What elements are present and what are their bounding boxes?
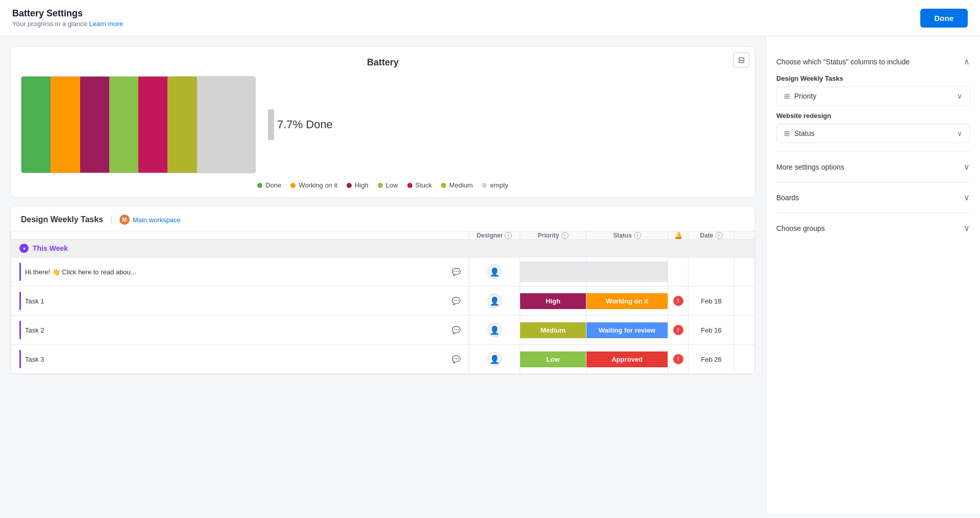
comment-icon-1[interactable]: 💬 xyxy=(452,297,460,305)
legend-working: Working on it xyxy=(290,181,337,189)
legend-high: High xyxy=(347,181,369,189)
task-name-cell-0: Hi there! 👋 Click here to read abou... 💬 xyxy=(11,257,469,287)
battery-chart-title: Battery xyxy=(21,57,745,68)
segment-empty xyxy=(197,77,256,173)
top-bar: Battery Settings Your progress in a glan… xyxy=(0,0,980,36)
table-row: Hi there! 👋 Click here to read abou... 💬… xyxy=(11,257,755,287)
comment-icon-2[interactable]: 💬 xyxy=(452,326,460,334)
workspace-label: Main workspace xyxy=(133,216,181,224)
rp-boards-section: Boards ∨ xyxy=(776,182,970,213)
bell-icon: 🔔 xyxy=(674,231,682,239)
col-date-header: Date i xyxy=(689,231,734,240)
rp-project2-dropdown-left: ⊞ Status xyxy=(784,129,815,137)
rp-status-header[interactable]: Choose which "Status" columns to include… xyxy=(776,55,970,68)
col-designer-header: Designer i xyxy=(469,231,520,240)
battery-bars xyxy=(21,76,256,173)
main-layout: ⊟ Battery 7.7% Done xyxy=(0,36,980,513)
status-cell-2[interactable]: Waiting for review xyxy=(586,316,668,345)
status-cell-1[interactable]: Working on it xyxy=(586,287,668,316)
legend-medium: Medium xyxy=(441,181,473,189)
priority-cell-1[interactable]: High xyxy=(520,287,586,316)
battery-legend: Done Working on it High Low xyxy=(21,181,745,189)
rp-status-chevron: ∧ xyxy=(964,57,970,66)
rp-project2-section: Website redesign ⊞ Status ∨ xyxy=(776,112,970,143)
workspace-icon: M xyxy=(119,215,130,225)
comment-icon-0[interactable]: 💬 xyxy=(452,268,460,276)
comment-icon-3[interactable]: 💬 xyxy=(452,355,460,363)
header-divider: | xyxy=(110,216,112,224)
workspace-badge: M Main workspace xyxy=(119,215,181,225)
status-badge-2[interactable]: Waiting for review xyxy=(586,322,668,338)
priority-badge-2[interactable]: Medium xyxy=(520,322,586,338)
legend-stuck: Stuck xyxy=(407,181,432,189)
task-card: Design Weekly Tasks | M Main workspace D… xyxy=(10,206,755,374)
battery-card: ⊟ Battery 7.7% Done xyxy=(10,46,755,198)
group-arrow[interactable]: ▾ xyxy=(19,244,29,253)
rp-project1-section: Design Weekly Tasks ⊞ Priority ∨ xyxy=(776,75,970,106)
rp-choose-groups-section: Choose groups ∨ xyxy=(776,213,970,243)
rp-project2-label: Website redesign xyxy=(776,112,970,120)
rp-choose-groups-chevron: ∨ xyxy=(964,223,970,233)
legend-dot-low xyxy=(378,183,383,188)
status-badge-1[interactable]: Working on it xyxy=(586,293,668,309)
user-avatar-3: 👤 xyxy=(487,352,502,366)
left-panel: ⊟ Battery 7.7% Done xyxy=(0,36,766,513)
legend-dot-stuck xyxy=(407,183,412,188)
priority-cell-2[interactable]: Medium xyxy=(520,316,586,345)
user-avatar-2: 👤 xyxy=(487,323,502,337)
rp-boards-header[interactable]: Boards ∨ xyxy=(776,191,970,204)
done-button[interactable]: Done xyxy=(920,9,968,28)
rp-project1-dropdown-chevron: ∨ xyxy=(957,92,962,100)
task-name-cell-1: Task 1 💬 xyxy=(11,287,469,316)
rp-status-section: Choose which "Status" columns to include… xyxy=(776,46,970,152)
rp-choose-groups-header[interactable]: Choose groups ∨ xyxy=(776,221,970,235)
legend-dot-empty xyxy=(482,183,487,188)
legend-dot-working xyxy=(290,183,296,188)
more-cell-2 xyxy=(734,316,755,345)
segment-low xyxy=(109,77,138,173)
learn-more-link[interactable]: Learn more xyxy=(89,20,123,28)
legend-label-done: Done xyxy=(265,181,281,189)
rp-more-settings-title: More settings options xyxy=(776,163,844,171)
col-name-header xyxy=(11,231,469,240)
designer-info-icon: i xyxy=(505,232,512,239)
legend-low: Low xyxy=(378,181,398,189)
col-alert-header: 🔔 xyxy=(668,231,689,240)
legend-label-stuck: Stuck xyxy=(415,181,432,189)
task-left-bar-3 xyxy=(19,350,21,368)
task-left-bar-1 xyxy=(19,292,21,310)
rp-boards-chevron: ∨ xyxy=(964,193,970,202)
battery-tip-area: 7.7% Done xyxy=(268,109,333,140)
rp-project2-dropdown-label: Status xyxy=(794,129,815,137)
rp-project1-label: Design Weekly Tasks xyxy=(776,75,970,82)
status-badge-3[interactable]: Approved xyxy=(586,351,668,367)
priority-empty-0 xyxy=(520,262,586,282)
rp-project2-dropdown[interactable]: ⊞ Status ∨ xyxy=(776,124,970,143)
priority-info-icon: i xyxy=(561,232,569,239)
date-cell-1: Feb 18 xyxy=(689,287,734,316)
user-avatar-cell-0: 👤 xyxy=(469,257,520,287)
task-table: Designer i Priority i St xyxy=(11,231,755,374)
rp-project2-dropdown-chevron: ∨ xyxy=(957,129,962,137)
task-name-cell-3: Task 3 💬 xyxy=(11,345,469,374)
table-row: Task 2 💬 👤 Medium Waiting for review xyxy=(11,316,755,345)
page-title: Battery Settings xyxy=(12,8,123,19)
user-avatar-1: 👤 xyxy=(487,294,502,308)
battery-collapse-button[interactable]: ⊟ xyxy=(733,53,749,67)
alert-cell-1: ! xyxy=(668,287,689,316)
priority-badge-3[interactable]: Low xyxy=(520,351,586,367)
priority-badge-1[interactable]: High xyxy=(520,293,586,309)
task-left-bar-0 xyxy=(19,263,21,281)
alert-cell-2: ! xyxy=(668,316,689,345)
battery-card-wrapper: ⊟ Battery 7.7% Done xyxy=(10,46,755,198)
table-row: Task 3 💬 👤 Low Approved xyxy=(11,345,755,374)
priority-cell-3[interactable]: Low xyxy=(520,345,586,374)
table-row: Task 1 💬 👤 High Working on it xyxy=(11,287,755,316)
group-header-inner: ▾ This Week xyxy=(19,244,746,253)
status-cell-3[interactable]: Approved xyxy=(586,345,668,374)
legend-label-low: Low xyxy=(386,181,398,189)
legend-dot-done xyxy=(257,183,262,188)
rp-project1-dropdown[interactable]: ⊞ Priority ∨ xyxy=(776,86,970,106)
user-avatar-cell-2: 👤 xyxy=(469,316,520,345)
rp-more-settings-header[interactable]: More settings options ∨ xyxy=(776,160,970,174)
